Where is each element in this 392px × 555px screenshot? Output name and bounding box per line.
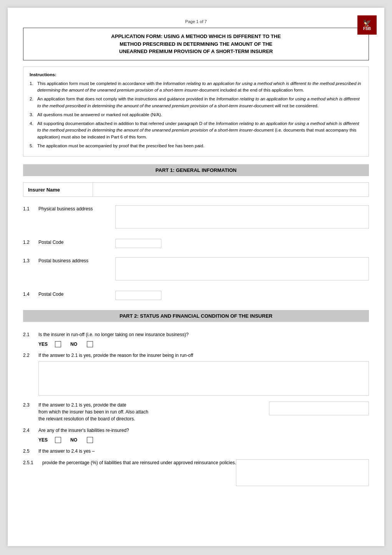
part1-header: PART 1: GENERAL INFORMATION xyxy=(23,164,369,176)
inline-row-2-3: 2.3 If the answer to 2.1 is yes, provide… xyxy=(23,402,369,422)
list-item: 1. This application form must be complet… xyxy=(30,80,362,94)
part2-item-2-4: 2.4 Are any of the insurer's liabilities… xyxy=(23,427,369,443)
instructions-section: Instructions: 1. This application form m… xyxy=(23,67,369,157)
sub-field-row-2-5-1: 2.5.1 provide the percentage (%) of liab… xyxy=(23,459,369,487)
part2-header: PART 2: STATUS AND FINANCIAL CONDITION O… xyxy=(23,310,369,322)
field-row-1-2: 1.2 Postal Code xyxy=(23,237,369,250)
logo-icon: 🦅 xyxy=(363,20,371,27)
input-area-2-3 xyxy=(269,402,369,415)
field-num-1-2: 1.2 xyxy=(23,239,38,245)
list-item: 3. All questions must be answered or mar… xyxy=(30,112,362,118)
insurer-name-row: Insurer Name xyxy=(23,182,369,197)
title-box: APPLICATION FORM: USING A METHOD WHICH I… xyxy=(23,28,369,60)
part2-num-2-1: 2.1 xyxy=(23,331,38,337)
field-input-area-1-4 xyxy=(115,291,369,300)
checkbox-row-2-4: YES NO xyxy=(38,437,369,443)
postal-code-physical-input[interactable] xyxy=(115,239,161,248)
part2-row-2-1: 2.1 Is the insurer in run-off (i.e. no l… xyxy=(23,331,369,338)
reason-runoff-textarea[interactable] xyxy=(38,361,369,396)
field-label-1-2: Postal Code xyxy=(38,239,115,245)
no-checkbox-2-1[interactable] xyxy=(87,341,93,347)
field-input-area-1-1 xyxy=(115,205,369,230)
postal-code-postal-input[interactable] xyxy=(115,291,161,300)
postal-address-input[interactable] xyxy=(115,257,369,280)
physical-address-input[interactable] xyxy=(115,205,369,228)
field-input-area-1-3 xyxy=(115,257,369,282)
runoff-date-input[interactable] xyxy=(269,402,369,415)
instructions-label: Instructions: xyxy=(30,72,362,78)
part2-item-2-2: 2.2 If the answer to 2.1 is yes, provide… xyxy=(23,352,369,397)
part2-desc-2-5: If the answer to 2.4 is yes – xyxy=(38,448,369,455)
part2-desc-2-4: Are any of the insurer's liabilities re-… xyxy=(38,427,369,434)
yes-checkbox-2-1[interactable] xyxy=(55,341,61,347)
field-num-1-3: 1.3 xyxy=(23,257,38,263)
logo-text: FSB xyxy=(363,27,371,31)
no-checkbox-2-4[interactable] xyxy=(87,437,93,443)
title-text: APPLICATION FORM: USING A METHOD WHICH I… xyxy=(31,33,361,55)
part2-desc-2-2: If the answer to 2.1 is yes, provide the… xyxy=(38,352,369,359)
part2-desc-2-3: If the answer to 2.1 is yes, provide the… xyxy=(38,402,269,422)
field-input-area-1-2 xyxy=(115,239,369,248)
field-label-1-3: Postal business address xyxy=(38,257,115,263)
fsb-logo: 🦅 FSB xyxy=(357,15,377,35)
yes-checkbox-2-4[interactable] xyxy=(55,437,61,443)
part2-num-2-5: 2.5 xyxy=(23,448,38,454)
insurer-name-input[interactable] xyxy=(93,183,369,197)
instructions-list: 1. This application form must be complet… xyxy=(30,80,362,149)
field-label-1-4: Postal Code xyxy=(38,291,115,297)
field-row-1-3: 1.3 Postal business address xyxy=(23,255,369,284)
field-row-1-4: 1.4 Postal Code xyxy=(23,288,369,302)
field-num-1-1: 1.1 xyxy=(23,205,38,212)
part2-item-2-5: 2.5 If the answer to 2.4 is yes – xyxy=(23,448,369,455)
part2-num-2-4: 2.4 xyxy=(23,427,38,433)
sub-field-label-2-5-1: provide the percentage (%) of liabilitie… xyxy=(42,459,236,466)
no-label-2-4: NO xyxy=(70,437,84,443)
list-item: 5. The application must be accompanied b… xyxy=(30,143,362,149)
sub-field-num-2-5-1: 2.5.1 xyxy=(23,459,42,465)
insurer-name-label: Insurer Name xyxy=(23,183,93,197)
part2-section: 2.1 Is the insurer in run-off (i.e. no l… xyxy=(23,331,369,487)
part2-row-2-4: 2.4 Are any of the insurer's liabilities… xyxy=(23,427,369,434)
part2-row-2-5: 2.5 If the answer to 2.4 is yes – xyxy=(23,448,369,455)
part2-num-2-3: 2.3 xyxy=(23,402,38,408)
reinsurance-percentage-textarea[interactable] xyxy=(236,459,369,486)
page-header: Page 1 of 7 xyxy=(23,19,369,24)
part2-item-2-3: 2.3 If the answer to 2.1 is yes, provide… xyxy=(23,402,369,422)
part2-num-2-2: 2.2 xyxy=(23,352,38,358)
checkbox-row-2-1: YES NO xyxy=(38,341,369,347)
part1-fields: 1.1 Physical business address 1.2 Postal… xyxy=(23,203,369,302)
textarea-wrapper-2-2 xyxy=(38,361,369,397)
page-container: 🦅 FSB Page 1 of 7 APPLICATION FORM: USIN… xyxy=(8,8,384,546)
field-row-1-1: 1.1 Physical business address xyxy=(23,203,369,232)
part2-item-2-1: 2.1 Is the insurer in run-off (i.e. no l… xyxy=(23,331,369,347)
yes-label-2-1: YES xyxy=(38,342,52,347)
part2-row-2-2: 2.2 If the answer to 2.1 is yes, provide… xyxy=(23,352,369,359)
yes-label-2-4: YES xyxy=(38,437,52,443)
sub-field-input-area-2-5-1 xyxy=(236,459,369,487)
field-label-1-1: Physical business address xyxy=(38,205,115,212)
list-item: 4. All supporting documentation attached… xyxy=(30,120,362,140)
list-item: 2. An application form that does not com… xyxy=(30,96,362,109)
no-label-2-1: NO xyxy=(70,342,84,347)
part2-desc-2-1: Is the insurer in run-off (i.e. no longe… xyxy=(38,331,369,338)
field-num-1-4: 1.4 xyxy=(23,291,38,297)
